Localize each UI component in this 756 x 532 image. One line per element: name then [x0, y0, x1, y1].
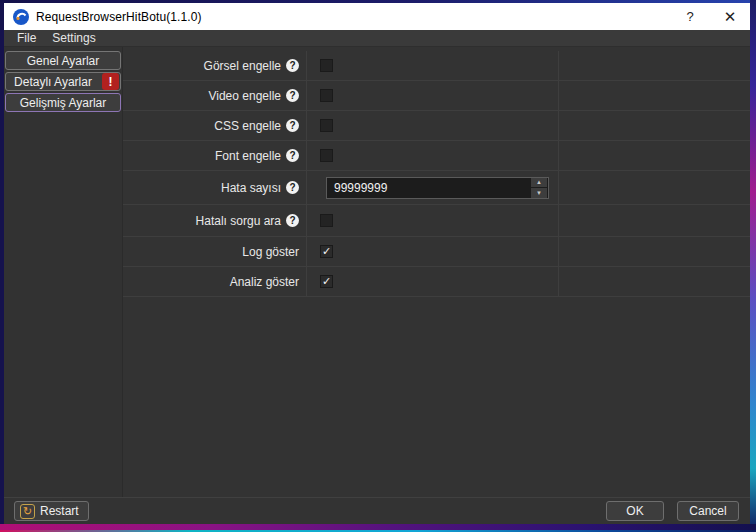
form-label-cell: Hatalı sorgu ara? [123, 205, 307, 236]
ok-button[interactable]: OK [606, 501, 664, 521]
form-label-cell: Görsel engelle? [123, 51, 307, 80]
form-label-cell: Log göster [123, 237, 307, 266]
checkbox[interactable] [320, 214, 333, 227]
form-field-cell [307, 81, 559, 110]
app-window: RequestBrowserHitBotu(1.1.0) ? ✕ FileSet… [4, 3, 750, 524]
form-label: Font engelle [215, 149, 281, 163]
form-row: Video engelle? [123, 81, 750, 111]
form-label: Hata sayısı [221, 181, 281, 195]
help-icon[interactable]: ? [286, 59, 299, 72]
desktop-background: RequestBrowserHitBotu(1.1.0) ? ✕ FileSet… [0, 0, 756, 532]
refresh-icon: ↻ [20, 504, 35, 519]
app-icon [13, 9, 29, 25]
form-row: Hatalı sorgu ara? [123, 205, 750, 237]
menu-item-file[interactable]: File [9, 30, 44, 46]
form-label: Log göster [242, 245, 299, 259]
form-label-cell: Analiz göster [123, 267, 307, 296]
desktop-edge-bottom [0, 524, 756, 532]
form-label: CSS engelle [214, 119, 281, 133]
checkbox[interactable] [320, 59, 333, 72]
form-label-cell: CSS engelle? [123, 111, 307, 140]
spinbox-arrows: ▲▼ [531, 178, 547, 198]
checkbox[interactable]: ✓ [320, 245, 333, 258]
help-icon[interactable]: ? [286, 214, 299, 227]
desktop-edge-right [750, 0, 756, 532]
form-field-cell: ✓ [307, 237, 559, 266]
form-label-cell: Font engelle? [123, 141, 307, 170]
checkbox[interactable]: ✓ [320, 275, 333, 288]
form-row: Görsel engelle? [123, 51, 750, 81]
checkbox[interactable] [320, 119, 333, 132]
help-icon[interactable]: ? [286, 181, 299, 194]
help-icon[interactable]: ? [286, 149, 299, 162]
form-label: Video engelle [208, 89, 281, 103]
restart-button[interactable]: ↻ Restart [14, 501, 89, 521]
form-row: CSS engelle? [123, 111, 750, 141]
sidebar-tab-geli-mi-ayarlar[interactable]: Gelişmiş Ayarlar [5, 93, 121, 112]
form-field-cell: 99999999▲▼ [307, 171, 559, 204]
form-empty-cell [559, 171, 750, 204]
sidebar: Genel AyarlarDetaylı Ayarlar!Gelişmiş Ay… [4, 47, 122, 497]
form-label-cell: Hata sayısı? [123, 171, 307, 204]
sidebar-tab-label: Gelişmiş Ayarlar [20, 96, 106, 110]
form-empty-cell [559, 51, 750, 80]
checkbox[interactable] [320, 89, 333, 102]
form-field-cell [307, 141, 559, 170]
sidebar-tab-genel-ayarlar[interactable]: Genel Ayarlar [5, 51, 121, 70]
sidebar-tab-label: Detaylı Ayarlar [14, 75, 92, 89]
window-help-button[interactable]: ? [670, 3, 710, 30]
form-label: Görsel engelle [204, 59, 281, 73]
form-label: Hatalı sorgu ara [196, 214, 281, 228]
dialog-body: Genel AyarlarDetaylı Ayarlar!Gelişmiş Ay… [4, 47, 750, 497]
form-empty-cell [559, 81, 750, 110]
form-field-cell: ✓ [307, 267, 559, 296]
sidebar-tab-detayl-ayarlar[interactable]: Detaylı Ayarlar! [5, 72, 121, 91]
warning-badge: ! [102, 73, 119, 90]
spin-down-button[interactable]: ▼ [531, 188, 547, 198]
form-row: Analiz göster✓ [123, 267, 750, 297]
window-close-button[interactable]: ✕ [710, 3, 750, 30]
form-field-cell [307, 51, 559, 80]
restart-label: Restart [40, 504, 79, 518]
form-empty-cell [559, 111, 750, 140]
form-empty-cell [559, 205, 750, 236]
form-empty-cell [559, 237, 750, 266]
form-label-cell: Video engelle? [123, 81, 307, 110]
menu-item-settings[interactable]: Settings [44, 30, 103, 46]
footer-bar: ↻ Restart OK Cancel [4, 497, 750, 524]
form-empty-cell [559, 141, 750, 170]
form-row: Log göster✓ [123, 237, 750, 267]
form-row: Font engelle? [123, 141, 750, 171]
form-row: Hata sayısı?99999999▲▼ [123, 171, 750, 205]
form-field-cell [307, 111, 559, 140]
menubar: FileSettings [4, 30, 750, 47]
form-field-cell [307, 205, 559, 236]
form-label: Analiz göster [230, 275, 299, 289]
form-area: Görsel engelle?Video engelle?CSS engelle… [122, 47, 750, 497]
help-icon[interactable]: ? [286, 119, 299, 132]
spin-up-button[interactable]: ▲ [531, 178, 547, 188]
checkbox[interactable] [320, 149, 333, 162]
help-icon[interactable]: ? [286, 89, 299, 102]
spinbox-input[interactable]: 99999999▲▼ [326, 177, 549, 199]
window-title: RequestBrowserHitBotu(1.1.0) [36, 10, 202, 24]
cancel-button[interactable]: Cancel [677, 501, 739, 521]
spinbox-value: 99999999 [327, 181, 531, 195]
sidebar-tab-label: Genel Ayarlar [27, 54, 100, 68]
form-empty-cell [559, 267, 750, 296]
titlebar[interactable]: RequestBrowserHitBotu(1.1.0) ? ✕ [4, 3, 750, 30]
